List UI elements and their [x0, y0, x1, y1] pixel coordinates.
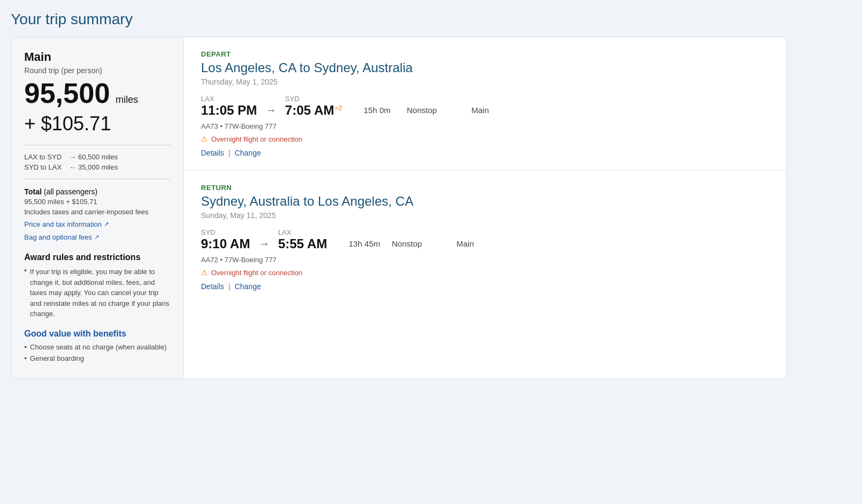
- return-dest-code: LAX: [278, 228, 327, 236]
- route-list: LAX to SYD → 60,500 miles SYD to LAX ← 3…: [24, 153, 170, 171]
- depart-flight-row: LAX 11:05 PM → SYD 7:05 AM+2 15h 0m Nons…: [201, 95, 769, 118]
- fare-class-label: Main: [24, 50, 170, 64]
- return-duration-col: 13h 45m: [327, 232, 392, 248]
- benefits-list: • Choose seats at no charge (when availa…: [24, 343, 170, 362]
- route-row-1: SYD to LAX ← 35,000 miles: [24, 163, 170, 171]
- depart-link-separator: |: [228, 149, 231, 157]
- return-overnight-text: Overnight flight or connection: [211, 269, 302, 277]
- left-panel: Main Round trip (per person) 95,500 mile…: [11, 37, 184, 379]
- route-arrow-1: ←: [67, 163, 78, 171]
- miles-amount: 95,500: [24, 78, 110, 109]
- depart-origin-col: LAX 11:05 PM: [201, 95, 257, 118]
- depart-dest-col: SYD 7:05 AM+2: [285, 95, 342, 118]
- return-action-links: Details | Change: [201, 282, 769, 291]
- route-miles-0: 60,500 miles: [78, 153, 118, 161]
- return-cabin: Main: [456, 239, 499, 248]
- depart-day-offset: +2: [334, 104, 342, 112]
- depart-stops-col: Nonstop: [407, 98, 471, 115]
- award-rules-text: If your trip is eligible, you may be abl…: [30, 267, 170, 319]
- price-tax-link[interactable]: Price and tax information ↗: [24, 220, 109, 228]
- return-flight-row: SYD 9:10 AM → LAX 5:55 AM 13h 45m Nonsto…: [201, 228, 769, 251]
- return-change-link[interactable]: Change: [234, 282, 261, 291]
- right-panel: DEPART Los Angeles, CA to Sydney, Austra…: [184, 37, 786, 379]
- return-origin-time: 9:10 AM: [201, 236, 250, 251]
- miles-unit: miles: [116, 94, 138, 105]
- route-row-0: LAX to SYD → 60,500 miles: [24, 153, 170, 161]
- route-arrow-0: →: [67, 153, 78, 161]
- depart-warning-icon: ⚠: [201, 135, 208, 143]
- return-stops: Nonstop: [392, 239, 456, 248]
- return-origin-col: SYD 9:10 AM: [201, 228, 250, 251]
- return-route-title: Sydney, Australia to Los Angeles, CA: [201, 194, 769, 209]
- divider-1: [24, 145, 170, 145]
- route-label-1: SYD to LAX: [24, 163, 67, 171]
- depart-origin-code: LAX: [201, 95, 257, 103]
- return-date: Sunday, May 11, 2025: [201, 211, 769, 220]
- return-link-separator: |: [228, 282, 231, 291]
- round-trip-label: Round trip (per person): [24, 66, 170, 75]
- depart-date: Thursday, May 1, 2025: [201, 78, 769, 86]
- depart-action-links: Details | Change: [201, 149, 769, 157]
- external-link-icon-2: ↗: [94, 234, 99, 241]
- return-dest-col: LAX 5:55 AM: [278, 228, 327, 251]
- links-section: Price and tax information ↗ Bag and opti…: [24, 216, 170, 242]
- depart-cabin: Main: [471, 106, 515, 115]
- depart-overnight-text: Overnight flight or connection: [211, 135, 302, 143]
- trip-summary-card: Main Round trip (per person) 95,500 mile…: [11, 37, 787, 379]
- route-miles-1: 35,000 miles: [78, 163, 118, 171]
- return-duration: 13h 45m: [349, 239, 392, 248]
- depart-direction-label: DEPART: [201, 50, 769, 58]
- cash-amount-display: + $105.71: [24, 113, 170, 135]
- return-warning-icon: ⚠: [201, 268, 208, 277]
- total-label: Total (all passengers): [24, 187, 170, 197]
- cash-value: 105.71: [52, 113, 111, 135]
- return-dest-time: 5:55 AM: [278, 236, 327, 251]
- depart-cabin-col: Main: [471, 98, 515, 115]
- award-rules-title: Award rules and restrictions: [24, 253, 170, 262]
- miles-display: 95,500 miles: [24, 79, 170, 107]
- depart-stops: Nonstop: [407, 106, 471, 115]
- depart-section: DEPART Los Angeles, CA to Sydney, Austra…: [184, 37, 786, 170]
- route-label-0: LAX to SYD: [24, 153, 67, 161]
- depart-dest-time: 7:05 AM+2: [285, 103, 342, 118]
- depart-route-title: Los Angeles, CA to Sydney, Australia: [201, 60, 769, 75]
- cash-prefix: + $: [24, 113, 52, 135]
- return-direction-label: RETURN: [201, 184, 769, 192]
- return-section: RETURN Sydney, Australia to Los Angeles,…: [184, 170, 786, 304]
- total-passengers: (all passengers): [44, 187, 98, 196]
- depart-duration: 15h 0m: [364, 106, 407, 115]
- depart-overnight-warning: ⚠ Overnight flight or connection: [201, 135, 769, 143]
- benefit-0: • Choose seats at no charge (when availa…: [24, 343, 170, 351]
- return-overnight-warning: ⚠ Overnight flight or connection: [201, 268, 769, 277]
- page-title: Your trip summary: [11, 11, 851, 28]
- return-flight-info: AA72 • 77W-Boeing 777: [201, 256, 769, 264]
- depart-change-link[interactable]: Change: [234, 149, 261, 157]
- return-arrow: →: [250, 230, 278, 250]
- return-stops-col: Nonstop: [392, 232, 456, 248]
- total-section: Total (all passengers) 95,500 miles + $1…: [24, 187, 170, 216]
- divider-2: [24, 179, 170, 179]
- return-details-link[interactable]: Details: [201, 282, 224, 291]
- depart-arrow: →: [257, 96, 285, 116]
- total-value: 95,500 miles + $105.71: [24, 198, 170, 206]
- return-cabin-col: Main: [456, 232, 499, 248]
- external-link-icon-1: ↗: [104, 221, 109, 228]
- bag-fees-link[interactable]: Bag and optional fees ↗: [24, 233, 99, 241]
- depart-details-link[interactable]: Details: [201, 149, 224, 157]
- includes-text: Includes taxes and carrier-imposed fees: [24, 208, 170, 216]
- depart-dest-code: SYD: [285, 95, 342, 103]
- good-value-title: Good value with benefits: [24, 329, 170, 339]
- return-origin-code: SYD: [201, 228, 250, 236]
- depart-origin-time: 11:05 PM: [201, 103, 257, 118]
- depart-duration-col: 15h 0m: [342, 98, 407, 115]
- depart-flight-info: AA73 • 77W-Boeing 777: [201, 122, 769, 130]
- benefit-1: • General boarding: [24, 354, 170, 362]
